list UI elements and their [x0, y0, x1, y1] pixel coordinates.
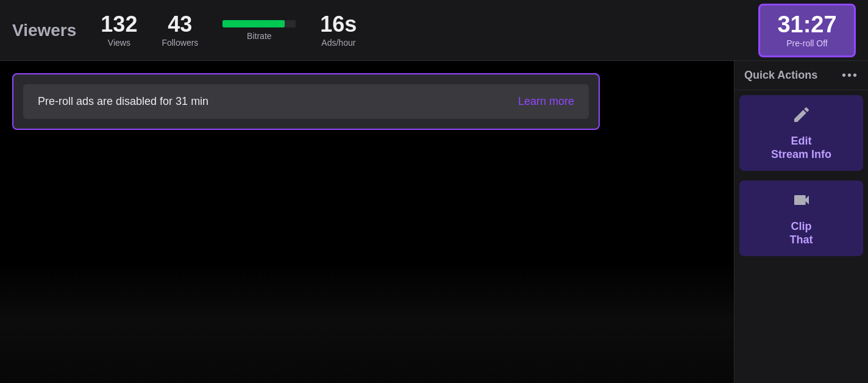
popup-message: Pre-roll ads are disabled for 31 min	[38, 95, 208, 108]
popup-inner: Pre-roll ads are disabled for 31 min Lea…	[23, 84, 589, 119]
ads-label: Ads/hour	[321, 38, 355, 48]
bitrate-stat: Bitrate	[222, 20, 296, 41]
viewers-stat: Viewers	[12, 22, 76, 39]
right-sidebar: Quick Actions ••• EditStream Info ClipTh…	[734, 61, 868, 383]
timer-label: Pre-roll Off	[786, 38, 827, 48]
timer-value: 31:27	[777, 13, 836, 36]
bitrate-label: Bitrate	[247, 31, 271, 41]
clip-that-button[interactable]: ClipThat	[739, 181, 863, 256]
learn-more-link[interactable]: Learn more	[518, 95, 574, 108]
views-value: 132	[101, 13, 137, 35]
more-options-button[interactable]: •••	[842, 68, 858, 82]
clip-icon	[792, 190, 811, 214]
views-label: Views	[108, 38, 130, 48]
preroll-popup: Pre-roll ads are disabled for 31 min Lea…	[12, 73, 600, 130]
viewers-value: Viewers	[12, 22, 76, 39]
edit-stream-info-button[interactable]: EditStream Info	[739, 95, 863, 171]
ads-value: 16s	[320, 13, 357, 35]
views-stat: 132 Views	[101, 13, 137, 48]
preroll-timer-button[interactable]: 31:27 Pre-roll Off	[758, 4, 856, 57]
bitrate-bar	[222, 20, 296, 27]
sidebar-header: Quick Actions •••	[735, 61, 868, 90]
stream-content	[0, 261, 734, 383]
edit-stream-info-label: EditStream Info	[771, 135, 831, 161]
followers-value: 43	[168, 13, 192, 35]
main-area: Pre-roll ads are disabled for 31 min Lea…	[0, 61, 868, 383]
stream-panel: Pre-roll ads are disabled for 31 min Lea…	[0, 61, 734, 383]
clip-that-label: ClipThat	[790, 220, 813, 246]
followers-label: Followers	[162, 38, 198, 48]
stats-bar: Viewers 132 Views 43 Followers Bitrate 1…	[0, 0, 868, 61]
ads-stat: 16s Ads/hour	[320, 13, 357, 48]
followers-stat: 43 Followers	[162, 13, 198, 48]
quick-actions-title: Quick Actions	[744, 69, 817, 82]
bitrate-fill	[222, 20, 285, 27]
pencil-icon	[792, 105, 811, 129]
